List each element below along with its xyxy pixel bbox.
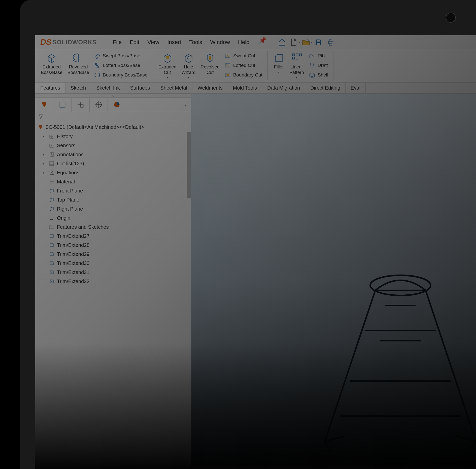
tree-item-label: Trim/Extend29 bbox=[57, 251, 89, 257]
home-button[interactable] bbox=[277, 37, 288, 48]
titlebar: DS SOLIDWORKS File Edit View Insert Tool… bbox=[35, 35, 476, 49]
tree-item[interactable]: Front Plane bbox=[35, 186, 191, 195]
panel-grip[interactable]: ○ bbox=[35, 94, 191, 98]
command-tabbar: Features Sketch Sketch Ink Surfaces Shee… bbox=[35, 83, 476, 94]
tree-caret-icon[interactable]: ▸ bbox=[43, 162, 46, 166]
ribbon-group-features: Fillet ▾ Linear Pattern ▾ Rib bbox=[268, 51, 333, 80]
svg-rect-12 bbox=[292, 57, 294, 59]
svg-point-36 bbox=[50, 180, 51, 181]
configuration-tab[interactable] bbox=[72, 98, 90, 112]
hole-wizard-dropdown-icon[interactable]: ▾ bbox=[188, 76, 189, 79]
tree-item[interactable]: Features and Sketches bbox=[35, 222, 191, 231]
hole-wizard-button[interactable]: Hole Wizard ▾ bbox=[179, 51, 198, 80]
svg-point-39 bbox=[370, 275, 431, 295]
tree-item[interactable]: ▸Equations bbox=[35, 168, 191, 177]
extruded-boss-button[interactable]: Extruded Boss/Base bbox=[38, 51, 65, 80]
linear-pattern-dropdown-icon[interactable]: ▾ bbox=[296, 76, 297, 79]
panel-expand-icon[interactable]: › bbox=[179, 102, 191, 108]
app-window: DS SOLIDWORKS File Edit View Insert Tool… bbox=[35, 35, 476, 469]
display-tab[interactable] bbox=[108, 98, 126, 112]
tree-filter[interactable] bbox=[35, 112, 191, 122]
tree-item-label: Trim/Extend30 bbox=[57, 260, 89, 266]
tab-features[interactable]: Features bbox=[35, 83, 65, 93]
menu-view[interactable]: View bbox=[144, 37, 163, 48]
material-icon bbox=[48, 178, 55, 185]
print-button[interactable] bbox=[325, 37, 336, 48]
rib-button[interactable]: Rib bbox=[307, 51, 330, 60]
tree-caret-icon[interactable]: ▸ bbox=[43, 171, 46, 175]
tree-item-label: Cut list(123) bbox=[57, 161, 84, 167]
tree-item[interactable]: Trim/Extend29 bbox=[35, 250, 191, 259]
menu-file[interactable]: File bbox=[109, 37, 125, 48]
tree-root-node[interactable]: SC-5001 (Default<As Machined><<Default> … bbox=[35, 122, 191, 132]
tab-mold-tools[interactable]: Mold Tools bbox=[228, 83, 262, 93]
tab-direct-editing[interactable]: Direct Editing bbox=[305, 83, 346, 93]
svg-point-27 bbox=[51, 145, 52, 146]
tab-sketch-ink[interactable]: Sketch Ink bbox=[91, 83, 125, 93]
ribbon-group-cut: Extruded Cut ▾ Hole Wizard ▾ Revolved Cu… bbox=[153, 51, 268, 80]
swept-boss-label: Swept Boss/Base bbox=[103, 53, 140, 59]
tree-item[interactable]: ▸Cut list(123) bbox=[35, 159, 191, 168]
main-area: ○ › SC-5001 (Default<As Machine bbox=[35, 94, 476, 466]
viewport-3d[interactable] bbox=[191, 94, 476, 466]
tree-item[interactable]: Sensors bbox=[35, 141, 191, 150]
tree-scrollbar[interactable] bbox=[187, 132, 191, 198]
revolved-boss-button[interactable]: Revolved Boss/Base bbox=[65, 51, 92, 80]
menu-edit[interactable]: Edit bbox=[126, 37, 143, 48]
draft-button[interactable]: Draft bbox=[307, 61, 330, 70]
boundary-boss-button[interactable]: Boundary Boss/Base bbox=[92, 70, 149, 80]
swept-boss-button[interactable]: Swept Boss/Base bbox=[92, 51, 149, 60]
revolved-cut-button[interactable]: Revolved Cut bbox=[198, 51, 222, 80]
tab-sheet-metal[interactable]: Sheet Metal bbox=[155, 83, 192, 93]
tree-item[interactable]: Trim/Extend31 bbox=[35, 268, 191, 277]
menu-window[interactable]: Window bbox=[207, 37, 233, 48]
property-manager-tab[interactable] bbox=[53, 98, 72, 112]
tab-surfaces[interactable]: Surfaces bbox=[125, 83, 155, 93]
svg-rect-5 bbox=[166, 56, 169, 59]
feature-manager-panel: ○ › SC-5001 (Default<As Machine bbox=[35, 94, 191, 466]
tree-item[interactable]: Right Plane bbox=[35, 204, 191, 213]
annotation-icon: A bbox=[48, 151, 55, 158]
tree-item[interactable]: Top Plane bbox=[35, 195, 191, 204]
origin-icon bbox=[48, 215, 55, 221]
dimxpert-tab[interactable] bbox=[90, 98, 108, 112]
svg-rect-14 bbox=[60, 102, 65, 107]
tree-item[interactable]: Trim/Extend27 bbox=[35, 231, 191, 241]
open-button[interactable] bbox=[300, 37, 312, 48]
tree-item-label: Origin bbox=[57, 215, 70, 221]
menu-help[interactable]: Help bbox=[234, 37, 253, 48]
new-button[interactable] bbox=[288, 37, 299, 48]
tree-item[interactable]: Trim/Extend28 bbox=[35, 241, 191, 250]
tree-caret-icon[interactable]: ▸ bbox=[43, 152, 46, 157]
extruded-cut-dropdown-icon[interactable]: ▾ bbox=[167, 76, 168, 79]
linear-pattern-button[interactable]: Linear Pattern ▾ bbox=[287, 51, 307, 80]
tab-sketch[interactable]: Sketch bbox=[65, 83, 91, 93]
extruded-cut-label: Extruded Cut bbox=[158, 64, 177, 75]
tree-caret-icon[interactable]: ▸ bbox=[43, 134, 46, 138]
tree-item[interactable]: Origin bbox=[35, 213, 191, 222]
extruded-cut-button[interactable]: Extruded Cut ▾ bbox=[156, 51, 179, 80]
trim-icon bbox=[48, 242, 55, 248]
tree-updown-icon[interactable]: ⌃ bbox=[184, 125, 189, 129]
tree-item[interactable]: ▸History bbox=[35, 132, 191, 141]
boundary-cut-button[interactable]: Boundary Cut bbox=[222, 70, 264, 80]
menu-insert[interactable]: Insert bbox=[164, 37, 185, 48]
feature-tree-tab[interactable] bbox=[35, 98, 53, 112]
save-button[interactable] bbox=[313, 37, 324, 48]
swept-cut-button[interactable]: Swept Cut bbox=[222, 51, 264, 60]
fillet-dropdown-icon[interactable]: ▾ bbox=[278, 70, 280, 74]
lofted-cut-button[interactable]: Lofted Cut bbox=[222, 61, 264, 70]
tab-weldments[interactable]: Weldments bbox=[192, 83, 228, 93]
menu-tools[interactable]: Tools bbox=[186, 37, 206, 48]
tree-item[interactable]: Trim/Extend32 bbox=[35, 277, 191, 286]
tree-item[interactable]: Trim/Extend30 bbox=[35, 259, 191, 268]
pin-icon[interactable]: 📌 bbox=[259, 37, 266, 48]
trim-icon bbox=[48, 269, 55, 276]
tree-item[interactable]: ▸AAnnotations bbox=[35, 150, 191, 159]
lofted-boss-button[interactable]: Lofted Boss/Base bbox=[92, 61, 149, 70]
shell-button[interactable]: Shell bbox=[307, 70, 330, 80]
fillet-button[interactable]: Fillet ▾ bbox=[271, 51, 287, 80]
tree-item[interactable]: Material bbox=[35, 177, 191, 186]
tab-evaluate[interactable]: Eval bbox=[346, 83, 366, 93]
tab-data-migration[interactable]: Data Migration bbox=[262, 83, 305, 93]
